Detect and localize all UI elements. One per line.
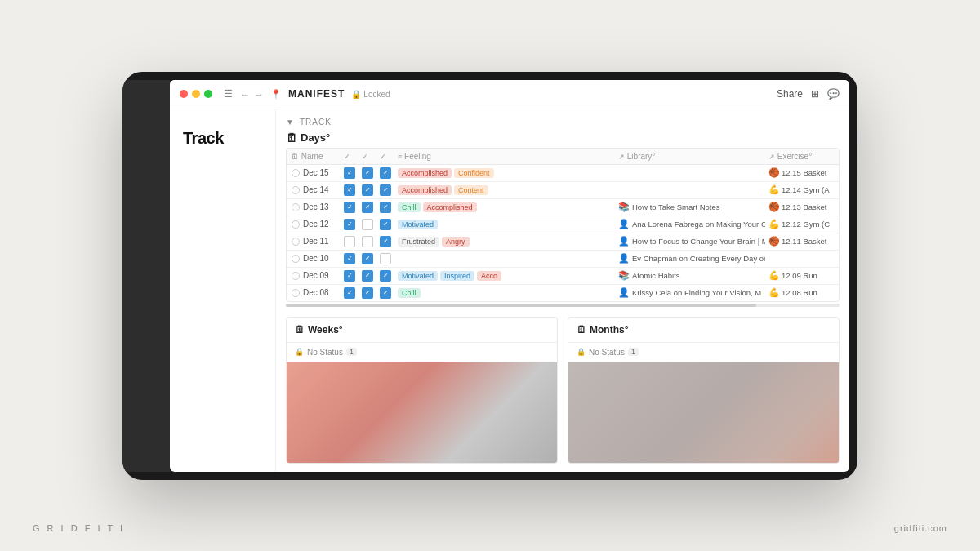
checkbox-2[interactable]: ✓ [362,253,373,264]
col-library: ↗ Library° [618,152,765,161]
back-icon[interactable]: ← [239,88,250,100]
table-row: Dec 09 ✓ ✓ ✓ Motivated Inspired Acco [287,268,839,285]
exercise-cell: 🏀 12.13 Basket [768,202,834,212]
checkbox-3[interactable]: ✓ [380,184,391,196]
checkbox-3[interactable]: ✓ [380,270,391,282]
scrollbar-thumb[interactable] [286,304,756,307]
row-date: Dec 14 [292,185,341,194]
tag-accomplished: Accomplished [398,168,452,178]
date-icon [292,220,300,229]
checkbox-3[interactable]: ✓ [380,219,391,230]
chat-icon[interactable]: 💬 [827,88,840,100]
device-sidebar [122,80,170,472]
tag-confident: Confident [454,168,494,178]
row-date: Dec 12 [292,220,341,229]
row-date: Dec 10 [292,254,341,263]
col-cb2: ✓ [362,152,376,161]
lock-icon: 🔒 [351,90,361,99]
date-icon [292,186,300,194]
table-header: 🗓 Name ✓ ✓ ✓ ≡ Feeling ↗ [287,149,839,165]
checkbox-3[interactable]: ✓ [380,236,391,247]
checkbox-2[interactable]: ✓ [362,167,373,179]
section-toggle-icon[interactable]: ▼ [286,118,295,127]
weeks-header: 🗓 Weeks° [287,318,557,343]
checkbox-2[interactable]: ✓ [362,184,373,196]
forward-icon[interactable]: → [253,88,264,100]
tag-content: Content [454,185,488,195]
table-row: Dec 15 ✓ ✓ ✓ Accomplished Confident [287,165,839,182]
nav-arrows: ← → [239,88,264,100]
exercise-cell: 💪 12.09 Run [768,270,834,281]
exercise-cell: 🏀 12.15 Basket [768,167,834,178]
months-thumbnail [568,362,839,463]
checkbox-3[interactable] [380,253,391,264]
library-cell: 📚 How to Take Smart Notes [618,202,765,212]
checkbox-1[interactable]: ✓ [344,253,355,264]
feeling-tags: Accomplished Confident [398,168,615,178]
watermark-left: G R I D F I T I [33,523,125,533]
checkbox-3[interactable]: ✓ [380,202,391,213]
library-cell: 👤 Krissy Cela on Finding Your Vision, M [618,287,765,298]
checkbox-2[interactable] [362,236,373,247]
feeling-tags: Motivated Inspired Acco [398,271,615,281]
months-emoji: 🗓 [577,324,586,335]
tag-angry: Angry [442,237,470,247]
col-cb3: ✓ [380,152,394,161]
app-title: MANIFEST [288,88,345,100]
lock-icon: 🔒 [577,348,586,356]
date-icon [292,289,300,297]
horizontal-scrollbar[interactable] [286,304,840,307]
checkbox-1[interactable]: ✓ [344,167,355,179]
fullscreen-button[interactable] [204,90,212,98]
section-label: TRACK [300,118,332,127]
col-exercise: ↗ Exercise° [768,152,834,161]
traffic-lights [180,90,212,98]
checkbox-3[interactable]: ✓ [380,167,391,179]
device-frame: ☰ ← → 📍 MANIFEST 🔒 Locked Share ⊞ 💬 Trac… [122,72,858,480]
checkbox-2[interactable]: ✓ [362,270,373,282]
topbar-right: Share ⊞ 💬 [777,88,840,100]
library-cell: 📚 Atomic Habits [618,270,765,281]
checkbox-1[interactable]: ✓ [344,202,355,213]
days-table: 🗓 Name ✓ ✓ ✓ ≡ Feeling ↗ [286,148,840,302]
menu-icon[interactable]: ☰ [224,88,233,100]
checkbox-1[interactable]: ✓ [344,184,355,196]
date-icon [292,203,300,211]
section-header: ▼ TRACK [276,109,849,131]
tag-motivated: Motivated [398,220,438,229]
date-icon [292,272,300,280]
checkbox-2[interactable] [362,219,373,230]
checkbox-1[interactable]: ✓ [344,270,355,282]
table-row: Dec 13 ✓ ✓ ✓ Chill Accomplished 📚 [287,199,839,216]
tag-chill: Chill [398,202,421,212]
tag-accomplished: Accomplished [398,185,452,195]
tag-accomplished: Accomplished [423,202,477,212]
minimize-button[interactable] [192,90,200,98]
tag-motivated: Motivated [398,271,438,281]
right-panel: ▼ TRACK 🗓 Days° 🗓 Name [276,109,849,472]
share-button[interactable]: Share [777,88,803,100]
library-cell: 👤 How to Focus to Change Your Brain | M [618,236,765,247]
checkbox-2[interactable]: ✓ [362,202,373,213]
tag-inspired: Inspired [440,271,474,281]
no-status-label: No Status [589,348,625,357]
table-row: Dec 12 ✓ ✓ Motivated 👤 Ana Lorena Fabreg… [287,216,839,233]
checkbox-3[interactable]: ✓ [380,287,391,299]
months-card: 🗓 Months° 🔒 No Status 1 [568,317,840,464]
checkbox-1[interactable]: ✓ [344,287,355,299]
table-row: Dec 08 ✓ ✓ ✓ Chill 👤 Krissy Cela on Find… [287,285,839,301]
screen: ☰ ← → 📍 MANIFEST 🔒 Locked Share ⊞ 💬 Trac… [170,80,849,472]
checkbox-1[interactable]: ✓ [344,219,355,230]
checkbox-1[interactable] [344,236,355,247]
months-title: Months° [590,324,628,335]
weeks-title: Weeks° [308,324,343,335]
feeling-tags: Chill [398,288,615,298]
grid-icon[interactable]: ⊞ [811,88,819,100]
date-icon [292,169,300,177]
checkbox-2[interactable]: ✓ [362,287,373,299]
row-date: Dec 15 [292,168,341,177]
date-icon [292,255,300,263]
close-button[interactable] [180,90,188,98]
row-date: Dec 13 [292,202,341,211]
col-cb1: ✓ [344,152,359,161]
